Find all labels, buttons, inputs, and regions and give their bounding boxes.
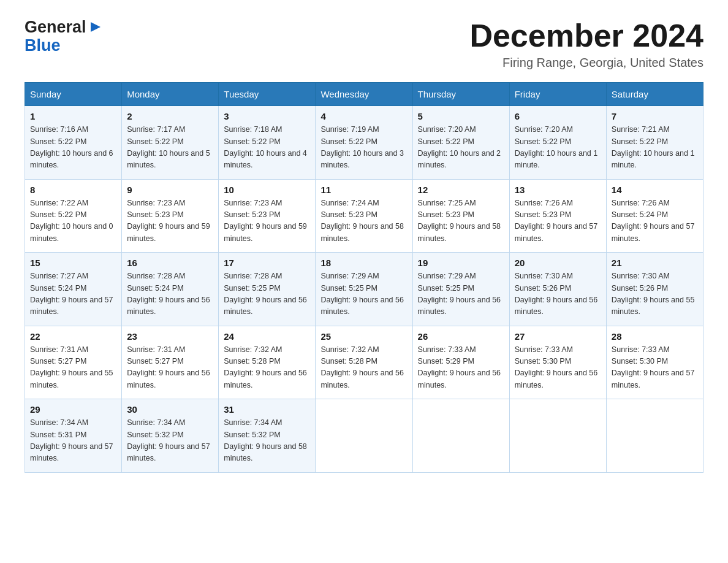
day-info: Sunrise: 7:22 AMSunset: 5:22 PMDaylight:…	[30, 197, 116, 245]
day-info: Sunrise: 7:33 AMSunset: 5:29 PMDaylight:…	[418, 344, 504, 392]
logo-arrow-icon	[86, 21, 102, 34]
calendar-cell: 6Sunrise: 7:20 AMSunset: 5:22 PMDaylight…	[509, 106, 606, 180]
calendar-cell: 20Sunrise: 7:30 AMSunset: 5:26 PMDayligh…	[509, 253, 606, 326]
day-info: Sunrise: 7:32 AMSunset: 5:28 PMDaylight:…	[320, 344, 407, 392]
day-number: 31	[224, 404, 310, 415]
day-number: 10	[224, 185, 310, 195]
day-number: 25	[320, 331, 407, 342]
calendar-cell: 11Sunrise: 7:24 AMSunset: 5:23 PMDayligh…	[316, 179, 412, 253]
day-info: Sunrise: 7:31 AMSunset: 5:27 PMDaylight:…	[127, 344, 213, 392]
day-info: Sunrise: 7:25 AMSunset: 5:23 PMDaylight:…	[418, 197, 504, 245]
calendar-table: SundayMondayTuesdayWednesdayThursdayFrid…	[25, 82, 703, 473]
day-number: 24	[224, 331, 310, 342]
day-info: Sunrise: 7:21 AMSunset: 5:22 PMDaylight:…	[612, 124, 698, 172]
logo: General Blue	[25, 18, 102, 55]
calendar-cell: 27Sunrise: 7:33 AMSunset: 5:30 PMDayligh…	[509, 326, 606, 399]
calendar-cell	[316, 399, 412, 473]
weekday-header-wednesday: Wednesday	[316, 83, 412, 106]
day-info: Sunrise: 7:20 AMSunset: 5:22 PMDaylight:…	[418, 124, 504, 172]
day-number: 3	[224, 111, 310, 121]
calendar-cell: 14Sunrise: 7:26 AMSunset: 5:24 PMDayligh…	[606, 179, 703, 253]
day-number: 18	[320, 258, 407, 268]
calendar-cell: 2Sunrise: 7:17 AMSunset: 5:22 PMDaylight…	[122, 106, 219, 180]
day-number: 19	[418, 258, 504, 268]
day-info: Sunrise: 7:17 AMSunset: 5:22 PMDaylight:…	[127, 124, 213, 172]
svg-marker-0	[91, 22, 100, 32]
day-number: 4	[320, 111, 407, 121]
day-number: 28	[612, 331, 698, 342]
calendar-week-row: 22Sunrise: 7:31 AMSunset: 5:27 PMDayligh…	[25, 326, 703, 399]
day-number: 8	[30, 185, 116, 195]
day-number: 15	[30, 258, 116, 268]
day-number: 20	[515, 258, 601, 268]
day-info: Sunrise: 7:19 AMSunset: 5:22 PMDaylight:…	[320, 124, 407, 172]
weekday-header-saturday: Saturday	[606, 83, 703, 106]
logo-general: General	[25, 18, 86, 37]
day-info: Sunrise: 7:32 AMSunset: 5:28 PMDaylight:…	[224, 344, 310, 392]
weekday-header-thursday: Thursday	[412, 83, 509, 106]
calendar-week-row: 1Sunrise: 7:16 AMSunset: 5:22 PMDaylight…	[25, 106, 703, 180]
calendar-cell	[509, 399, 606, 473]
day-info: Sunrise: 7:20 AMSunset: 5:22 PMDaylight:…	[515, 124, 601, 172]
calendar-cell	[412, 399, 509, 473]
calendar-cell: 22Sunrise: 7:31 AMSunset: 5:27 PMDayligh…	[25, 326, 122, 399]
day-number: 22	[30, 331, 116, 342]
weekday-header-tuesday: Tuesday	[219, 83, 316, 106]
calendar-cell: 3Sunrise: 7:18 AMSunset: 5:22 PMDaylight…	[219, 106, 316, 180]
page-header: General Blue December 2024 Firing Range,…	[25, 18, 703, 70]
calendar-cell: 28Sunrise: 7:33 AMSunset: 5:30 PMDayligh…	[606, 326, 703, 399]
day-info: Sunrise: 7:29 AMSunset: 5:25 PMDaylight:…	[320, 270, 407, 318]
day-number: 16	[127, 258, 213, 268]
day-number: 17	[224, 258, 310, 268]
day-info: Sunrise: 7:27 AMSunset: 5:24 PMDaylight:…	[30, 270, 116, 318]
day-number: 9	[127, 185, 213, 195]
day-number: 30	[127, 404, 213, 415]
calendar-cell: 25Sunrise: 7:32 AMSunset: 5:28 PMDayligh…	[316, 326, 412, 399]
calendar-week-row: 8Sunrise: 7:22 AMSunset: 5:22 PMDaylight…	[25, 179, 703, 253]
calendar-cell: 21Sunrise: 7:30 AMSunset: 5:26 PMDayligh…	[606, 253, 703, 326]
calendar-cell: 4Sunrise: 7:19 AMSunset: 5:22 PMDaylight…	[316, 106, 412, 180]
day-number: 2	[127, 111, 213, 121]
day-number: 26	[418, 331, 504, 342]
calendar-cell: 5Sunrise: 7:20 AMSunset: 5:22 PMDaylight…	[412, 106, 509, 180]
day-info: Sunrise: 7:29 AMSunset: 5:25 PMDaylight:…	[418, 270, 504, 318]
day-info: Sunrise: 7:26 AMSunset: 5:24 PMDaylight:…	[612, 197, 698, 245]
day-info: Sunrise: 7:34 AMSunset: 5:31 PMDaylight:…	[30, 417, 116, 465]
day-number: 29	[30, 404, 116, 415]
day-info: Sunrise: 7:30 AMSunset: 5:26 PMDaylight:…	[515, 270, 601, 318]
day-info: Sunrise: 7:31 AMSunset: 5:27 PMDaylight:…	[30, 344, 116, 392]
day-info: Sunrise: 7:28 AMSunset: 5:25 PMDaylight:…	[224, 270, 310, 318]
day-number: 23	[127, 331, 213, 342]
calendar-cell: 7Sunrise: 7:21 AMSunset: 5:22 PMDaylight…	[606, 106, 703, 180]
day-info: Sunrise: 7:23 AMSunset: 5:23 PMDaylight:…	[224, 197, 310, 245]
calendar-cell: 16Sunrise: 7:28 AMSunset: 5:24 PMDayligh…	[122, 253, 219, 326]
day-number: 1	[30, 111, 116, 121]
day-number: 12	[418, 185, 504, 195]
calendar-week-row: 29Sunrise: 7:34 AMSunset: 5:31 PMDayligh…	[25, 399, 703, 473]
weekday-header-row: SundayMondayTuesdayWednesdayThursdayFrid…	[25, 83, 703, 106]
day-info: Sunrise: 7:33 AMSunset: 5:30 PMDaylight:…	[515, 344, 601, 392]
calendar-cell: 31Sunrise: 7:34 AMSunset: 5:32 PMDayligh…	[219, 399, 316, 473]
day-info: Sunrise: 7:24 AMSunset: 5:23 PMDaylight:…	[320, 197, 407, 245]
day-number: 6	[515, 111, 601, 121]
weekday-header-friday: Friday	[509, 83, 606, 106]
day-info: Sunrise: 7:16 AMSunset: 5:22 PMDaylight:…	[30, 124, 116, 172]
month-title: December 2024	[469, 18, 703, 53]
calendar-cell: 9Sunrise: 7:23 AMSunset: 5:23 PMDaylight…	[122, 179, 219, 253]
day-info: Sunrise: 7:33 AMSunset: 5:30 PMDaylight:…	[612, 344, 698, 392]
day-number: 13	[515, 185, 601, 195]
calendar-cell	[606, 399, 703, 473]
calendar-cell: 1Sunrise: 7:16 AMSunset: 5:22 PMDaylight…	[25, 106, 122, 180]
weekday-header-monday: Monday	[122, 83, 219, 106]
day-info: Sunrise: 7:34 AMSunset: 5:32 PMDaylight:…	[224, 417, 310, 465]
calendar-cell: 18Sunrise: 7:29 AMSunset: 5:25 PMDayligh…	[316, 253, 412, 326]
calendar-cell: 10Sunrise: 7:23 AMSunset: 5:23 PMDayligh…	[219, 179, 316, 253]
day-number: 7	[612, 111, 698, 121]
calendar-cell: 15Sunrise: 7:27 AMSunset: 5:24 PMDayligh…	[25, 253, 122, 326]
day-number: 5	[418, 111, 504, 121]
day-info: Sunrise: 7:23 AMSunset: 5:23 PMDaylight:…	[127, 197, 213, 245]
calendar-cell: 29Sunrise: 7:34 AMSunset: 5:31 PMDayligh…	[25, 399, 122, 473]
calendar-cell: 13Sunrise: 7:26 AMSunset: 5:23 PMDayligh…	[509, 179, 606, 253]
day-number: 11	[320, 185, 407, 195]
day-number: 21	[612, 258, 698, 268]
